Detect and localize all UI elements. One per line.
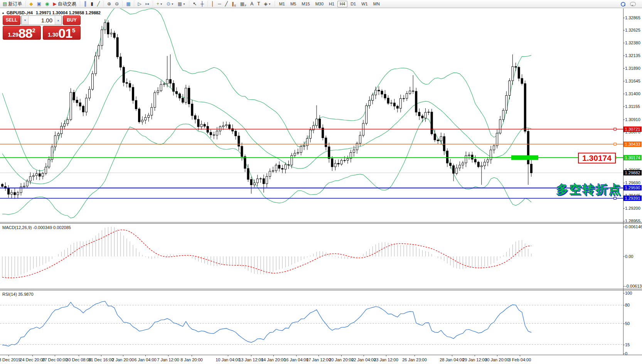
candle-body bbox=[412, 91, 414, 91]
pane-divider[interactable] bbox=[0, 223, 642, 224]
horizontal-line-button[interactable]: ─ bbox=[216, 0, 223, 7]
rsi-indicator-pane[interactable] bbox=[0, 290, 623, 355]
candlestick-chart-icon: ▮ bbox=[91, 2, 93, 6]
candle-body bbox=[300, 146, 302, 152]
rsi-tick-label: 80 bbox=[625, 303, 630, 307]
timeframe-button-m15[interactable]: M15 bbox=[299, 1, 312, 7]
timeframe-button-m30[interactable]: M30 bbox=[313, 1, 326, 7]
pane-divider[interactable] bbox=[0, 290, 642, 290]
equidistant-channel-button[interactable]: ∥E bbox=[230, 0, 238, 7]
candle-body bbox=[415, 91, 417, 112]
candle-body bbox=[222, 126, 224, 127]
trendline-button[interactable]: ╱ bbox=[224, 0, 229, 7]
candlestick-chart-button[interactable]: ▮ bbox=[89, 0, 95, 7]
price-chart-pane[interactable] bbox=[0, 8, 623, 222]
candle-body bbox=[157, 91, 159, 93]
text-button[interactable]: A bbox=[249, 0, 255, 7]
crosshair-button[interactable]: ┼ bbox=[199, 0, 206, 7]
lot-size-input[interactable]: 1.00 bbox=[29, 16, 55, 25]
zoom-out-button[interactable]: ⊖ bbox=[113, 0, 120, 7]
candle-body bbox=[70, 92, 72, 120]
candle-body bbox=[253, 183, 255, 185]
candle-body bbox=[406, 94, 408, 99]
line-chart-button[interactable]: ╱ bbox=[96, 0, 101, 7]
candle-body bbox=[490, 150, 492, 160]
candle-body bbox=[148, 115, 150, 118]
price-tick-mark bbox=[623, 94, 625, 94]
candle-body bbox=[163, 84, 165, 84]
timeframe-button-h4[interactable]: H4 bbox=[337, 1, 347, 7]
tile-windows-button[interactable]: ▦ bbox=[125, 0, 132, 7]
templates-button[interactable]: ▩▼ bbox=[176, 0, 187, 7]
date-tick-mark bbox=[79, 355, 79, 356]
date-tick-label: 2 Jan 20:00 bbox=[112, 357, 134, 362]
timeframe-button-mn[interactable]: MN bbox=[371, 1, 382, 7]
indicators-button[interactable]: +▼ bbox=[155, 0, 164, 7]
date-tick-mark bbox=[318, 355, 319, 356]
date-tick-label: 17 Jan 12:00 bbox=[306, 357, 331, 362]
timeframe-button-w1[interactable]: W1 bbox=[359, 1, 370, 7]
lot-decrease-button[interactable]: ▼ bbox=[22, 16, 29, 25]
date-tick-mark bbox=[296, 355, 297, 356]
new-order-button[interactable]: ▤新订单 bbox=[1, 0, 24, 7]
vertical-line-button[interactable]: │ bbox=[210, 0, 216, 7]
date-tick-mark bbox=[475, 355, 475, 356]
indicators-icon: + bbox=[157, 2, 159, 6]
candle-body bbox=[259, 179, 261, 179]
periods-button[interactable]: ⊙▼ bbox=[165, 0, 175, 7]
arrows-button[interactable]: ◈▼ bbox=[262, 0, 272, 7]
candle-body bbox=[151, 108, 153, 115]
date-tick-label: 22 Jan 04:00 bbox=[351, 357, 376, 362]
timeframe-button-d1[interactable]: D1 bbox=[348, 1, 358, 7]
timeframe-button-m1[interactable]: M1 bbox=[277, 1, 287, 7]
dropdown-arrow-icon[interactable]: ▼ bbox=[183, 3, 185, 5]
rsi-tick-label: 0 bbox=[625, 351, 627, 356]
autotrading-icon: ▶ bbox=[53, 2, 56, 6]
chart-shift-button[interactable]: ↦ bbox=[144, 0, 151, 7]
line-anchor-handle bbox=[614, 128, 616, 130]
highlighted-level-segment bbox=[511, 155, 538, 160]
fibonacci-button[interactable]: ▦F bbox=[239, 0, 248, 7]
market-watch-button[interactable]: ▣ bbox=[35, 0, 43, 7]
candle-body bbox=[110, 33, 112, 34]
candle-body bbox=[85, 98, 87, 112]
price-tick-label: 1.31890 bbox=[625, 66, 640, 71]
dropdown-arrow-icon[interactable]: ▼ bbox=[171, 3, 174, 5]
lot-increase-button[interactable]: ▲ bbox=[55, 16, 62, 25]
candle-body bbox=[393, 103, 395, 106]
dropdown-arrow-icon[interactable]: ▼ bbox=[160, 3, 163, 5]
timeframe-button-m5[interactable]: M5 bbox=[288, 1, 298, 7]
price-tick-mark bbox=[623, 68, 625, 69]
sell-price-display[interactable]: 1.29 88 2 bbox=[3, 26, 41, 40]
search-icon[interactable] bbox=[620, 2, 625, 7]
dropdown-arrow-icon[interactable]: ▼ bbox=[268, 3, 271, 5]
zoom-in-button[interactable]: ⊕ bbox=[106, 0, 113, 7]
bar-chart-button[interactable]: ║ bbox=[82, 0, 89, 7]
toolbar-separator bbox=[122, 1, 123, 7]
sell-button[interactable]: SELL bbox=[3, 15, 20, 25]
candle-body bbox=[263, 179, 265, 184]
navigator-button[interactable]: ◉ bbox=[44, 0, 51, 7]
chat-icon[interactable] bbox=[630, 2, 636, 6]
pane-divider[interactable] bbox=[0, 222, 642, 222]
auto-scroll-button[interactable]: ▷ bbox=[136, 0, 143, 7]
pane-divider[interactable] bbox=[0, 289, 642, 289]
macd-indicator-pane[interactable] bbox=[0, 224, 623, 289]
price-tick-label: 1.29690 bbox=[625, 180, 640, 185]
candle-body bbox=[188, 88, 190, 104]
candle-body bbox=[213, 135, 215, 135]
candle-body bbox=[194, 116, 196, 120]
macd-tick-label: 0.006146 bbox=[625, 224, 642, 229]
text-label-button[interactable]: T bbox=[256, 0, 261, 7]
cursor-button[interactable]: ↖ bbox=[191, 0, 198, 7]
candle-body bbox=[179, 94, 180, 98]
date-tick-label: 28 Jan 04:00 bbox=[440, 357, 464, 362]
metaeditor-button[interactable]: ◆ bbox=[28, 0, 34, 7]
candle-body bbox=[471, 155, 473, 159]
collapse-panel-icon[interactable]: ▲ bbox=[2, 11, 5, 15]
date-tick-label: 6 Jan 04:00 bbox=[134, 357, 157, 362]
autotrading-button[interactable]: ▶自动交易 bbox=[51, 0, 78, 7]
buy-button[interactable]: BUY bbox=[63, 15, 81, 25]
buy-price-display[interactable]: 1.30 01 5 bbox=[43, 26, 81, 40]
timeframe-button-h1[interactable]: H1 bbox=[327, 1, 337, 7]
